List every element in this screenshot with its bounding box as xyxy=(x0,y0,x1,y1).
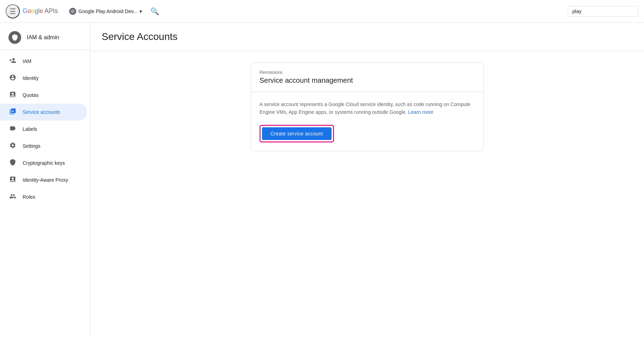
sidebar-item-identity-aware-proxy-label: Identity-Aware Proxy xyxy=(23,177,68,183)
project-name-label: Google Play Android Dev... xyxy=(78,8,137,14)
sidebar-item-labels[interactable]: Labels xyxy=(0,121,87,138)
permissions-card-header: Permissions Service account management xyxy=(251,63,483,92)
sidebar-header-title: IAM & admin xyxy=(27,34,59,41)
topnav: ☰ Google APIs Google Play Android Dev...… xyxy=(0,0,644,23)
search-icon-button[interactable]: 🔍 xyxy=(150,7,398,16)
settings-icon xyxy=(8,142,17,151)
sidebar-item-labels-label: Labels xyxy=(23,126,37,132)
sidebar-item-quotas[interactable]: Quotas xyxy=(0,87,87,104)
sidebar-item-identity-label: Identity xyxy=(23,75,38,81)
create-button-highlight: Create service account xyxy=(260,125,334,142)
project-dot-inner xyxy=(71,9,75,13)
sidebar-item-service-accounts-label: Service accounts xyxy=(23,109,60,115)
sidebar-item-settings[interactable]: Settings xyxy=(0,138,87,155)
search-icon: 🔍 xyxy=(150,7,159,16)
iam-admin-icon xyxy=(8,31,21,44)
main-content: Permissions Service account management A… xyxy=(90,51,644,163)
project-icon xyxy=(69,8,76,15)
permissions-card: Permissions Service account management A… xyxy=(251,63,484,151)
permissions-label: Permissions xyxy=(260,70,475,75)
labels-icon xyxy=(8,125,17,134)
service-accounts-icon xyxy=(8,108,17,117)
sidebar-item-quotas-label: Quotas xyxy=(23,92,38,98)
sidebar-item-identity-aware-proxy[interactable]: Identity-Aware Proxy xyxy=(0,171,87,188)
quotas-icon xyxy=(8,91,17,100)
sidebar-item-identity[interactable]: Identity xyxy=(0,70,87,87)
sidebar-item-roles-label: Roles xyxy=(23,194,35,200)
identity-icon xyxy=(8,74,17,83)
sidebar: IAM & admin IAM Identity xyxy=(0,23,90,338)
sidebar-item-roles[interactable]: Roles xyxy=(0,188,87,205)
permissions-card-body: A service account represents a Google Cl… xyxy=(251,92,483,151)
chevron-down-icon: ▾ xyxy=(139,8,142,14)
apis-text: APIs xyxy=(44,7,58,15)
google-apis-logo[interactable]: Google APIs xyxy=(23,7,58,15)
sidebar-item-settings-label: Settings xyxy=(23,143,41,149)
iam-icon xyxy=(8,57,17,66)
learn-more-link[interactable]: Learn more xyxy=(408,109,434,115)
layout: IAM & admin IAM Identity xyxy=(0,23,644,338)
search-input[interactable] xyxy=(568,6,638,17)
google-logo-text: Google xyxy=(23,7,43,15)
create-service-account-button[interactable]: Create service account xyxy=(262,127,332,140)
identity-aware-proxy-icon xyxy=(8,176,17,185)
sidebar-item-service-accounts[interactable]: Service accounts xyxy=(0,104,87,121)
sidebar-header: IAM & admin xyxy=(0,25,90,50)
sidebar-item-cryptographic-keys[interactable]: Cryptographic keys xyxy=(0,155,87,171)
main-content-area: Service Accounts Permissions Service acc… xyxy=(90,23,644,338)
sidebar-item-iam-label: IAM xyxy=(23,58,31,64)
hamburger-menu-button[interactable]: ☰ xyxy=(6,4,20,18)
cryptographic-keys-icon xyxy=(8,159,17,168)
roles-icon xyxy=(8,193,17,202)
permissions-title: Service account management xyxy=(260,76,475,84)
sidebar-item-iam[interactable]: IAM xyxy=(0,53,87,70)
hamburger-icon: ☰ xyxy=(10,7,16,16)
topnav-right xyxy=(568,6,638,17)
permissions-description: A service account represents a Google Cl… xyxy=(260,100,475,116)
sidebar-item-cryptographic-keys-label: Cryptographic keys xyxy=(23,160,65,166)
project-selector-button[interactable]: Google Play Android Dev... ▾ xyxy=(66,6,145,16)
page-title: Service Accounts xyxy=(102,31,633,42)
page-header: Service Accounts xyxy=(90,23,644,51)
